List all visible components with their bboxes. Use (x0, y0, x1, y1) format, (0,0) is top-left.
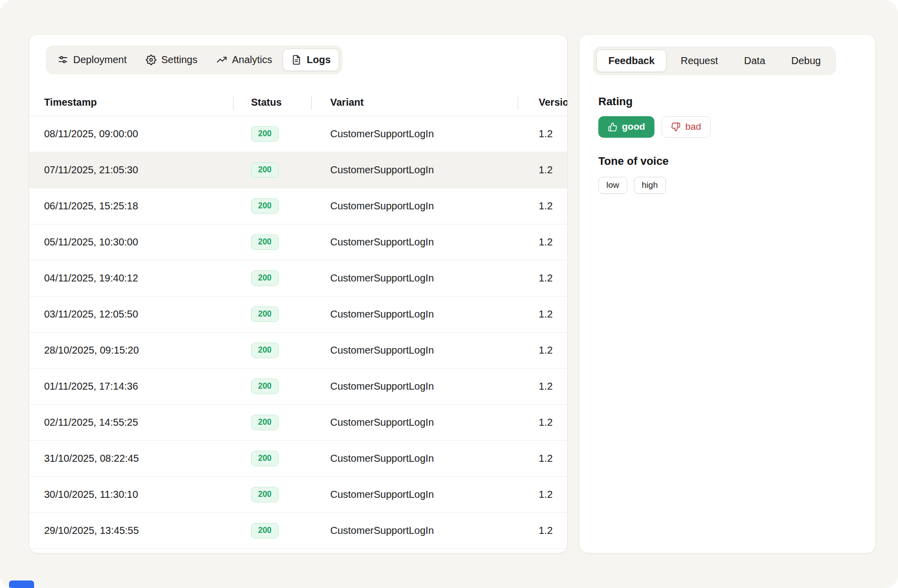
version-cell: 1.2 (518, 164, 567, 176)
version-cell: 1.2 (518, 236, 567, 248)
table-row[interactable]: 01/11/2025, 17:14:36200CustomerSupportLo… (29, 369, 567, 405)
timestamp-cell: 08/11/2025, 09:00:00 (29, 128, 233, 140)
column-header-variant: Variant (311, 89, 518, 116)
status-badge: 200 (251, 451, 279, 466)
status-cell: 200 (233, 487, 311, 502)
variant-cell: CustomerSupportLogIn (311, 309, 518, 320)
table-row[interactable]: 07/11/2025, 21:05:30200CustomerSupportLo… (29, 152, 567, 188)
timestamp-cell: 06/11/2025, 15:25:18 (29, 200, 233, 212)
status-badge: 200 (251, 234, 279, 249)
sliders-icon (58, 55, 68, 65)
variant-cell: CustomerSupportLogIn (311, 272, 518, 284)
table-header-row: TimestampStatusVariantVersion (29, 89, 567, 116)
variant-cell: CustomerSupportLogIn (311, 525, 518, 536)
status-cell: 200 (233, 234, 311, 249)
status-badge: 200 (251, 307, 279, 322)
tone-option-high[interactable]: high (634, 177, 666, 194)
document-icon (291, 55, 302, 65)
tab-label: Deployment (73, 54, 127, 66)
logs-table: TimestampStatusVariantVersion 08/11/2025… (29, 89, 567, 549)
version-cell: 1.2 (518, 525, 567, 536)
status-badge: 200 (251, 126, 279, 141)
tab-logs[interactable]: Logs (283, 49, 339, 71)
tone-options: lowhigh (598, 177, 856, 194)
tab-request[interactable]: Request (668, 50, 730, 72)
table-row[interactable]: 04/11/2025, 19:40:12200CustomerSupportLo… (29, 260, 567, 297)
app-background: DeploymentSettingsAnalyticsLogs Timestam… (0, 0, 898, 588)
version-cell: 1.2 (518, 453, 567, 464)
tone-option-low[interactable]: low (598, 177, 627, 194)
rating-buttons: good bad (598, 116, 856, 138)
variant-cell: CustomerSupportLogIn (311, 345, 518, 356)
rating-heading: Rating (598, 95, 856, 108)
timestamp-cell: 01/11/2025, 17:14:36 (29, 381, 233, 392)
detail-panel: FeedbackRequestDataDebug Rating good bad (579, 34, 876, 553)
tab-settings[interactable]: Settings (137, 49, 206, 71)
table-row[interactable]: 28/10/2025, 09:15:20200CustomerSupportLo… (29, 333, 567, 369)
tab-label: Settings (161, 54, 197, 66)
detail-tab-bar: FeedbackRequestDataDebug (593, 47, 836, 75)
tab-debug[interactable]: Debug (779, 50, 833, 72)
column-header-status: Status (233, 89, 311, 116)
version-cell: 1.2 (518, 128, 567, 140)
table-row[interactable]: 02/11/2025, 14:55:25200CustomerSupportLo… (29, 405, 567, 441)
timestamp-cell: 28/10/2025, 09:15:20 (29, 345, 233, 356)
status-badge: 200 (251, 343, 279, 358)
timestamp-cell: 29/10/2025, 13:45:55 (29, 525, 233, 536)
version-cell: 1.2 (518, 200, 567, 212)
status-cell: 200 (233, 270, 311, 285)
status-cell: 200 (233, 415, 311, 430)
table-row[interactable]: 06/11/2025, 15:25:18200CustomerSupportLo… (29, 188, 567, 224)
status-cell: 200 (233, 379, 311, 394)
bottom-left-blue-element (9, 580, 34, 588)
timestamp-cell: 07/11/2025, 21:05:30 (29, 164, 233, 176)
tone-of-voice-heading: Tone of voice (598, 155, 856, 168)
timestamp-cell: 31/10/2025, 08:22:45 (29, 453, 233, 464)
version-cell: 1.2 (518, 381, 567, 392)
bad-button[interactable]: bad (661, 116, 711, 138)
column-header-version: Version (518, 89, 568, 116)
variant-cell: CustomerSupportLogIn (311, 453, 518, 464)
left-tab-bar: DeploymentSettingsAnalyticsLogs (46, 46, 342, 74)
timestamp-cell: 02/11/2025, 14:55:25 (29, 417, 233, 428)
status-cell: 200 (233, 343, 311, 358)
column-header-timestamp: Timestamp (29, 89, 233, 116)
tab-analytics[interactable]: Analytics (208, 49, 281, 71)
status-cell: 200 (233, 523, 311, 538)
timestamp-cell: 03/11/2025, 12:05:50 (29, 309, 233, 320)
status-cell: 200 (233, 126, 311, 141)
status-cell: 200 (233, 198, 311, 213)
status-badge: 200 (251, 198, 279, 213)
variant-cell: CustomerSupportLogIn (311, 381, 518, 392)
variant-cell: CustomerSupportLogIn (311, 489, 518, 500)
version-cell: 1.2 (518, 489, 567, 500)
logs-panel: DeploymentSettingsAnalyticsLogs Timestam… (29, 34, 568, 553)
table-row[interactable]: 29/10/2025, 13:45:55200CustomerSupportLo… (29, 513, 567, 549)
status-badge: 200 (251, 162, 279, 177)
variant-cell: CustomerSupportLogIn (311, 200, 518, 212)
timestamp-cell: 04/11/2025, 19:40:12 (29, 272, 233, 284)
status-cell: 200 (233, 451, 311, 466)
status-cell: 200 (233, 307, 311, 322)
table-row[interactable]: 08/11/2025, 09:00:00200CustomerSupportLo… (29, 116, 567, 152)
status-badge: 200 (251, 487, 279, 502)
good-button-label: good (622, 121, 645, 133)
bad-button-label: bad (685, 121, 701, 133)
status-badge: 200 (251, 415, 279, 430)
tab-deployment[interactable]: Deployment (49, 49, 135, 71)
table-body: 08/11/2025, 09:00:00200CustomerSupportLo… (29, 116, 567, 549)
table-row[interactable]: 03/11/2025, 12:05:50200CustomerSupportLo… (29, 297, 567, 333)
timestamp-cell: 05/11/2025, 10:30:00 (29, 236, 233, 248)
tab-feedback[interactable]: Feedback (596, 50, 666, 72)
tab-data[interactable]: Data (732, 50, 777, 72)
version-cell: 1.2 (518, 272, 567, 284)
table-row[interactable]: 30/10/2025, 11:30:10200CustomerSupportLo… (29, 477, 567, 513)
trend-up-icon (216, 55, 227, 65)
table-row[interactable]: 05/11/2025, 10:30:00200CustomerSupportLo… (29, 224, 567, 260)
variant-cell: CustomerSupportLogIn (311, 236, 518, 248)
variant-cell: CustomerSupportLogIn (311, 417, 518, 428)
table-row[interactable]: 31/10/2025, 08:22:45200CustomerSupportLo… (29, 441, 567, 477)
tab-label: Logs (307, 54, 331, 66)
good-button[interactable]: good (598, 116, 654, 138)
thumbs-up-icon (608, 122, 617, 132)
